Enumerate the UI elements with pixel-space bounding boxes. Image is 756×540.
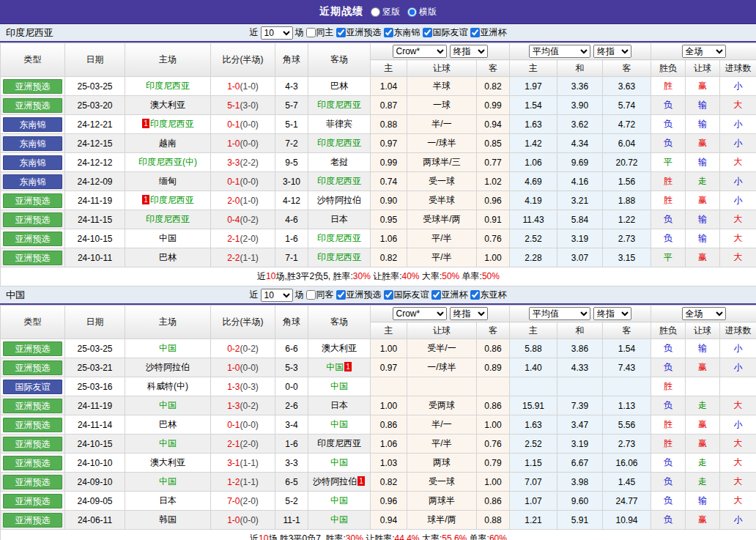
home-team-name[interactable]: 中国 (159, 400, 177, 410)
score-cell: 0-4(0-2) (211, 210, 275, 229)
horizontal-layout-radio[interactable] (407, 7, 417, 17)
home-team-name[interactable]: 中国 (159, 476, 177, 487)
league-filter-checkbox[interactable] (470, 28, 480, 37)
away-team-name[interactable]: 中国 (330, 514, 348, 525)
league-filter[interactable]: 国际友谊 (423, 26, 468, 39)
odds-home-cell: 0.99 (371, 153, 407, 172)
odds-home-cell: 0.97 (371, 358, 407, 377)
league-filter-checkbox[interactable] (336, 290, 346, 300)
result-handicap-cell: 输 (686, 339, 720, 358)
fulltime-score: 0-1 (227, 420, 240, 430)
layout-option-horizontal[interactable]: 横版 (407, 6, 437, 18)
away-team-name[interactable]: 印度尼西亚 (317, 176, 361, 186)
away-team-name[interactable]: 印度尼西亚 (317, 252, 361, 262)
away-team-name[interactable]: 中国 (330, 495, 348, 506)
same-venue-filter[interactable]: 同主 (306, 26, 334, 39)
final-odds-select[interactable]: 终指 (450, 307, 488, 320)
away-team-name[interactable]: 印度尼西亚 (317, 100, 361, 110)
result-goals-cell: 小 (720, 415, 756, 434)
league-filter-checkbox[interactable] (470, 290, 480, 300)
recent-results-table: 类型日期主场比分(半场)角球客场Crow*终指平均值终指全场主让球客主和客胜负让… (0, 42, 756, 286)
bookmaker-select[interactable]: Crow* (393, 307, 447, 320)
odds-away-cell: 0.96 (477, 191, 510, 210)
summary-cell: 近10场,胜3平2负5, 胜率:30% 让胜率:40% 大率:50% 单率:50… (1, 267, 756, 286)
average-select[interactable]: 平均值 (529, 307, 590, 320)
date-cell: 24-12-09 (65, 172, 125, 191)
away-team-name[interactable]: 中国 (326, 362, 344, 372)
final-average-select[interactable]: 终指 (593, 45, 631, 58)
away-team-name[interactable]: 中国 (330, 381, 348, 391)
home-team-name[interactable]: 印度尼西亚 (150, 195, 194, 205)
home-team-name[interactable]: 印度尼西亚(中) (138, 157, 197, 167)
same-venue-filter[interactable]: 同客 (306, 289, 334, 301)
date-cell: 25-03-20 (65, 96, 125, 115)
col-header-home: 主场 (125, 306, 211, 339)
league-filter[interactable]: 亚洲杯 (431, 289, 468, 301)
league-filter-checkbox[interactable] (431, 290, 441, 300)
avg-home-cell: 1.40 (510, 358, 557, 377)
avg-draw-cell: 3.07 (557, 248, 603, 267)
match-count-select[interactable]: 10 (261, 26, 293, 40)
result-goals-cell: 大 (720, 248, 756, 267)
match-row: 国际友谊25-03-16科威特(中)1-3(0-3)0-0中国胜 (1, 377, 756, 396)
league-filter[interactable]: 东南锦 (384, 26, 420, 39)
league-filter-checkbox[interactable] (384, 28, 393, 37)
corners-cell: 6-5 (275, 473, 308, 492)
summary-text: 近 (250, 533, 259, 540)
avg-draw-cell: 9.69 (557, 153, 603, 172)
scope-select[interactable]: 全场 (682, 307, 726, 320)
odds-handicap-cell: 受球半/两 (407, 210, 477, 229)
odds-handicap-cell: 受两球 (407, 396, 477, 415)
league-filter-checkbox[interactable] (384, 290, 393, 300)
home-team-name[interactable]: 印度尼西亚 (150, 119, 194, 129)
summary-text: 让胜率: (363, 533, 395, 540)
away-team-name[interactable]: 中国 (330, 419, 348, 429)
avg-away-cell: 4.72 (603, 115, 651, 134)
summary-stat-value: 30% (353, 271, 371, 281)
home-team-name[interactable]: 印度尼西亚 (146, 214, 190, 224)
halftime-score: (2-0) (240, 496, 259, 506)
match-row: 亚洲预选25-03-20澳大利亚5-1(3-0)5-7印度尼西亚0.87一球0.… (1, 96, 756, 115)
league-filter-checkbox[interactable] (423, 28, 432, 37)
home-team-name[interactable]: 印度尼西亚 (146, 81, 190, 91)
match-row: 亚洲预选24-11-19中国1-3(0-2)2-6日本1.00受两球0.8615… (1, 396, 756, 415)
final-odds-select[interactable]: 终指 (450, 45, 488, 58)
league-filter-checkbox[interactable] (336, 28, 346, 37)
away-team-name[interactable]: 印度尼西亚 (317, 233, 361, 243)
match-count-select[interactable]: 10 (261, 289, 293, 302)
sub-header: 进球数 (720, 60, 756, 77)
result-handicap-cell: 输 (686, 96, 720, 115)
layout-option-vertical[interactable]: 竖版 (371, 6, 400, 18)
sub-header: 主 (371, 322, 407, 339)
col-header-away: 客场 (308, 43, 371, 77)
away-team-name[interactable]: 印度尼西亚 (317, 138, 361, 148)
result-goals-cell (720, 377, 756, 396)
halftime-score: (0-0) (240, 177, 259, 187)
league-filter[interactable]: 亚洲预选 (336, 289, 382, 301)
vertical-layout-radio[interactable] (371, 7, 380, 17)
final-average-select[interactable]: 终指 (593, 307, 631, 320)
same-venue-checkbox[interactable] (306, 28, 316, 37)
average-select[interactable]: 平均值 (529, 45, 590, 58)
fulltime-score: 1-0 (227, 515, 240, 525)
league-filter[interactable]: 亚洲杯 (470, 26, 507, 39)
date-cell: 24-10-15 (65, 229, 125, 248)
league-filter[interactable]: 东亚杯 (470, 289, 507, 301)
same-venue-checkbox[interactable] (306, 290, 316, 300)
scope-select[interactable]: 全场 (682, 45, 726, 58)
corners-cell: 2-6 (275, 396, 308, 415)
result-wdl-cell: 胜 (651, 191, 686, 210)
away-team-name[interactable]: 中国 (330, 457, 348, 467)
home-team-name[interactable]: 中国 (159, 438, 177, 448)
league-filter[interactable]: 亚洲预选 (336, 26, 382, 39)
league-filter[interactable]: 国际友谊 (384, 289, 429, 301)
odds-away-cell: 0.94 (477, 115, 510, 134)
bookmaker-select[interactable]: Crow* (393, 45, 447, 58)
fulltime-score: 1-3 (227, 401, 240, 411)
avg-away-cell: 5.56 (603, 415, 651, 434)
fulltime-score: 1-2 (227, 477, 240, 487)
avg-away-cell: 1.88 (603, 191, 651, 210)
odds-away-cell: 0.82 (477, 77, 510, 96)
home-team-name[interactable]: 中国 (159, 343, 177, 353)
avg-away-cell: 1.13 (603, 396, 651, 415)
